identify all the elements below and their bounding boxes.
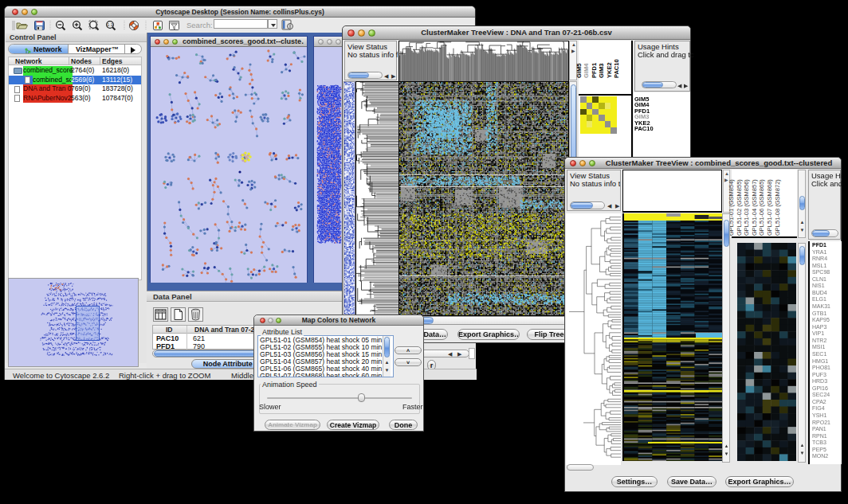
svg-text:1:1: 1:1 [108, 22, 113, 27]
